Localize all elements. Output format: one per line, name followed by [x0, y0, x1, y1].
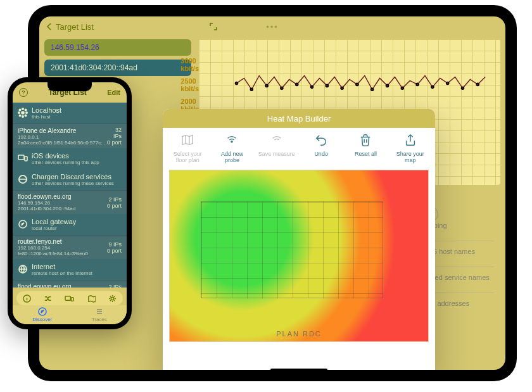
compass-icon — [38, 307, 47, 316]
gear-icon[interactable] — [108, 294, 117, 303]
section-subtitle: this host — [32, 114, 61, 120]
y-tick: 2500 kbit/s — [180, 77, 199, 92]
section-subtitle: remote host on the Internet — [32, 270, 92, 276]
plan-caption: PLAN RDC — [170, 330, 428, 338]
item-line2: 192.0.0.1 — [18, 134, 106, 140]
tool-share[interactable]: Share your map — [391, 133, 429, 163]
ip-count: 32 IPs — [106, 127, 122, 139]
undo-icon — [314, 133, 328, 148]
info-icon[interactable] — [23, 294, 31, 303]
svg-rect-33 — [65, 296, 70, 300]
tool-label: Undo — [314, 151, 328, 157]
target-list[interactable]: Localhostthis hostiPhone de Alexandre192… — [13, 103, 127, 288]
tool-undo[interactable]: Undo — [302, 133, 340, 163]
internet-icon — [18, 264, 28, 275]
svg-point-21 — [18, 111, 20, 113]
section-subtitle: other devices running this app — [32, 160, 99, 165]
item-name: flood.eowyn.eu.org — [18, 283, 72, 288]
item-name: flood.eowyn.eu.org — [18, 193, 75, 200]
tool-select: Select your floor plan — [168, 133, 206, 163]
tab-discover[interactable]: Discover — [32, 307, 52, 322]
ip-count: 9 IPs — [107, 241, 122, 248]
devices-icon — [18, 153, 28, 165]
section-header[interactable]: iOS devicesother devices running this ap… — [13, 148, 127, 169]
svg-point-17 — [231, 141, 232, 142]
shuffle-icon[interactable] — [44, 294, 52, 303]
svg-point-15 — [462, 87, 464, 89]
map-icon[interactable] — [87, 294, 96, 303]
services-icon — [18, 174, 28, 186]
list-item[interactable]: router.fenyo.net192.168.0.254fe80::1206:… — [13, 235, 127, 259]
section-header[interactable]: Localhostthis host — [13, 103, 127, 123]
reset-icon — [358, 133, 372, 148]
section-header[interactable]: Chargen Discard servicesother devices ru… — [13, 169, 127, 190]
svg-point-14 — [446, 82, 449, 84]
iphone-screen: ? Target List Edit Localhostthis hostiPh… — [13, 82, 127, 324]
iphone-device: ? Target List Edit Localhostthis hostiPh… — [8, 77, 132, 329]
tool-label: Share your map — [391, 151, 429, 163]
section-title: Internet — [32, 263, 92, 270]
item-line3: fe80::1206:acff:fe84:14c3%en0 — [18, 251, 88, 256]
svg-point-5 — [311, 85, 314, 88]
svg-point-11 — [401, 87, 403, 89]
svg-rect-34 — [72, 297, 74, 301]
list-item[interactable]: flood.eowyn.eu.org2 IPs — [13, 280, 127, 288]
section-subtitle: local router — [32, 225, 76, 231]
heatmap-modal: Heat Map Builder Select your floor planA… — [163, 109, 435, 370]
section-subtitle: other devices running these services — [32, 180, 114, 186]
ip-count: 2 IPs — [108, 284, 122, 288]
probe-icon — [225, 133, 239, 148]
list-item[interactable]: flood.eowyn.eu.org146.59.154.262001:41d0… — [13, 190, 127, 214]
tool-save: Save measure — [258, 133, 296, 163]
save-icon — [270, 133, 284, 148]
back-button[interactable]: Target List — [46, 22, 94, 32]
section-title: Local gateway — [32, 218, 76, 225]
edit-button[interactable]: Edit — [107, 89, 120, 96]
port-count: 0 port — [107, 203, 122, 209]
svg-point-23 — [19, 109, 20, 110]
svg-point-18 — [22, 111, 24, 114]
grab-handle-icon[interactable]: ••• — [266, 22, 279, 32]
port-count: 0 port — [106, 139, 122, 146]
item-name: router.fenyo.net — [18, 238, 88, 245]
ip-v6-chip[interactable]: 2001:41d0:304:200::94ad — [44, 60, 191, 76]
section-header[interactable]: Local gatewaylocal router — [13, 214, 127, 235]
svg-point-19 — [22, 108, 23, 109]
ip-count: 2 IPs — [107, 196, 122, 203]
gateway-icon — [18, 219, 28, 231]
tool-probe[interactable]: Add new probe — [213, 133, 251, 163]
list-icon — [95, 307, 104, 316]
svg-point-22 — [26, 111, 27, 113]
svg-point-9 — [371, 88, 374, 91]
svg-point-25 — [19, 115, 20, 116]
devices-icon[interactable] — [65, 294, 74, 303]
hub-icon — [18, 108, 28, 119]
section-header[interactable]: Internetremote host on the Internet — [13, 259, 127, 280]
ipad-navbar: Target List ••• — [39, 16, 505, 37]
select-icon — [180, 133, 194, 148]
sheet-grabber[interactable] — [270, 369, 327, 370]
tool-reset[interactable]: Reset all — [346, 133, 384, 163]
svg-point-2 — [265, 84, 268, 87]
modal-toolbar: Select your floor planAdd new probeSave … — [163, 128, 435, 166]
item-line2: 192.168.0.254 — [18, 245, 88, 251]
help-button[interactable]: ? — [19, 88, 28, 97]
ip-v4-chip[interactable]: 146.59.154.26 — [44, 39, 191, 56]
svg-rect-27 — [18, 155, 24, 160]
expand-icon[interactable] — [209, 22, 218, 31]
svg-point-26 — [25, 109, 26, 110]
svg-point-20 — [22, 115, 23, 117]
heatmap-canvas[interactable]: PLAN RDC — [169, 170, 429, 342]
svg-point-16 — [476, 83, 479, 85]
section-title: Localhost — [32, 106, 61, 114]
back-label: Target List — [56, 22, 94, 32]
svg-rect-28 — [25, 156, 27, 161]
tool-label: Reset all — [355, 151, 377, 157]
bottom-icon-row — [16, 291, 123, 305]
svg-point-3 — [281, 87, 283, 89]
item-line2: 146.59.154.26 — [18, 200, 75, 206]
svg-point-6 — [326, 84, 328, 87]
tool-label: Add new probe — [213, 151, 251, 163]
list-item[interactable]: iPhone de Alexandre192.0.0.12a04:cec0:c0… — [13, 123, 127, 148]
tab-traces[interactable]: Traces — [92, 307, 107, 322]
